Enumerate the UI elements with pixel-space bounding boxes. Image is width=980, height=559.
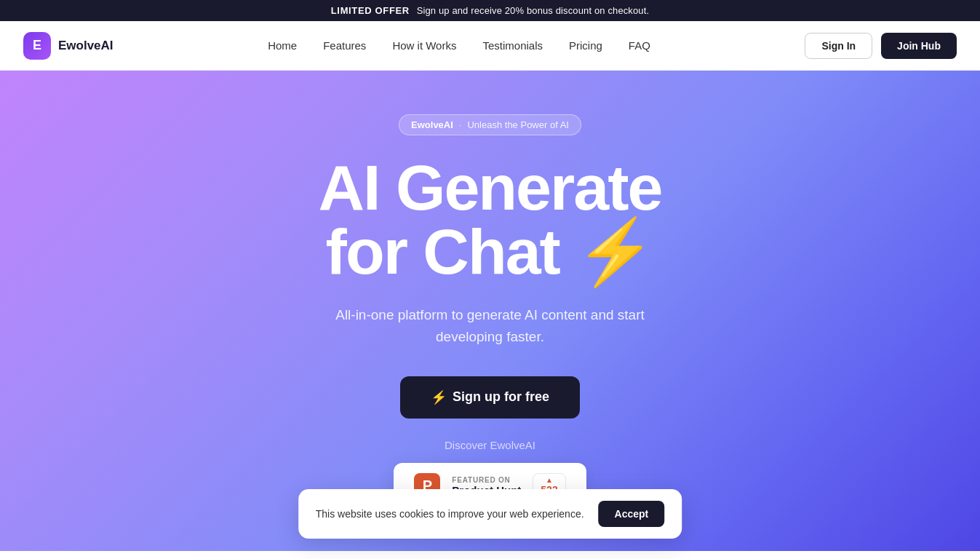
ph-featured-label: FEATURED ON bbox=[452, 476, 521, 484]
logo-icon: E bbox=[23, 32, 51, 60]
nav-features[interactable]: Features bbox=[323, 39, 366, 52]
navbar-actions: Sign In Join Hub bbox=[805, 33, 957, 59]
nav-testimonials[interactable]: Testimonials bbox=[482, 39, 543, 52]
signin-button[interactable]: Sign In bbox=[805, 33, 872, 59]
accept-cookies-button[interactable]: Accept bbox=[599, 501, 665, 527]
offer-label: LIMITED OFFER bbox=[331, 5, 410, 16]
hero-title: AI Generate for Chat ⚡ bbox=[319, 156, 662, 284]
hero-badge: EwolveAI · Unleash the Power of AI bbox=[399, 114, 581, 135]
hero-badge-name: EwolveAI bbox=[411, 119, 453, 130]
hero-title-line1: AI Generate bbox=[319, 151, 662, 223]
logo-name: EwolveAI bbox=[58, 39, 113, 53]
nav-faq[interactable]: FAQ bbox=[629, 39, 650, 52]
cookie-text: This website uses cookies to improve you… bbox=[316, 508, 584, 520]
logo-area: E EwolveAI bbox=[23, 32, 113, 60]
signup-bolt-icon: ⚡ bbox=[431, 389, 447, 405]
hero-section: EwolveAI · Unleash the Power of AI AI Ge… bbox=[0, 71, 980, 551]
signup-button[interactable]: ⚡ Sign up for free bbox=[400, 376, 580, 419]
nav-home[interactable]: Home bbox=[268, 39, 297, 52]
joinhub-button[interactable]: Join Hub bbox=[881, 33, 957, 59]
lightning-icon: ⚡ bbox=[575, 220, 654, 284]
offer-text: Sign up and receive 20% bonus discount o… bbox=[417, 5, 650, 16]
hero-title-line2: for Chat bbox=[326, 215, 559, 288]
hero-badge-dot: · bbox=[459, 119, 462, 130]
nav-menu: Home Features How it Works Testimonials … bbox=[268, 39, 650, 52]
cookie-banner: This website uses cookies to improve you… bbox=[298, 489, 682, 539]
hero-badge-tagline: Unleash the Power of AI bbox=[467, 119, 568, 130]
ph-upvote-arrow: ▲ bbox=[546, 477, 553, 484]
nav-how-it-works[interactable]: How it Works bbox=[392, 39, 456, 52]
nav-pricing[interactable]: Pricing bbox=[569, 39, 602, 52]
signup-label: Sign up for free bbox=[453, 389, 549, 405]
discover-text: Discover EwolveAI bbox=[445, 439, 535, 451]
top-banner: LIMITED OFFER Sign up and receive 20% bo… bbox=[0, 0, 980, 21]
navbar: E EwolveAI Home Features How it Works Te… bbox=[0, 21, 980, 71]
hero-subtitle: All-in-one platform to generate AI conte… bbox=[330, 304, 650, 349]
